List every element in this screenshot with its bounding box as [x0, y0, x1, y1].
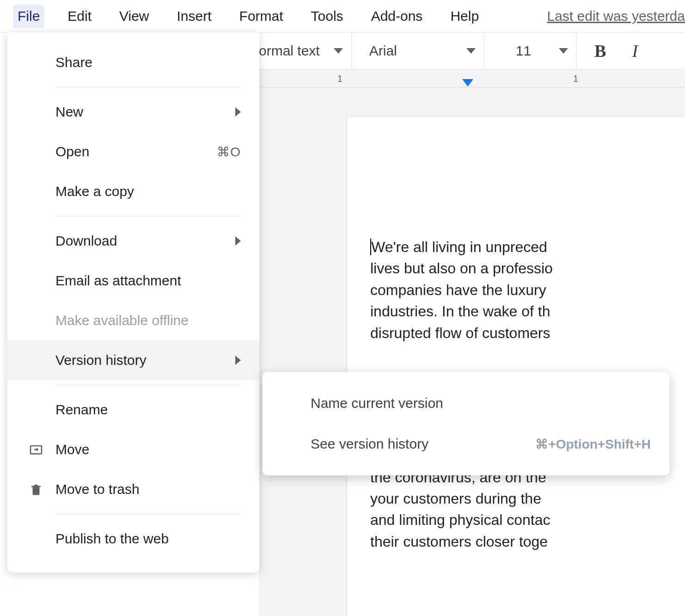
chevron-right-icon: [235, 356, 241, 365]
trash-icon: [28, 481, 44, 498]
style-dropdown[interactable]: ormal text: [259, 33, 352, 69]
chevron-down-icon: [466, 48, 476, 54]
menu-label: Rename: [55, 402, 108, 418]
ruler-tick: 1: [337, 74, 342, 84]
menu-tools[interactable]: Tools: [306, 5, 348, 28]
doc-line: companies have the luxury: [370, 279, 685, 301]
divider: [55, 87, 241, 87]
file-move-trash[interactable]: Move to trash: [7, 469, 259, 509]
bold-button[interactable]: B: [586, 41, 614, 61]
file-rename[interactable]: Rename: [7, 390, 259, 430]
menu-label: Publish to the web: [55, 531, 169, 547]
font-dropdown[interactable]: Arial: [361, 33, 484, 69]
file-available-offline: Make available offline: [7, 301, 259, 340]
file-dropdown: Share New Open ⌘O Make a copy Download E…: [7, 32, 259, 573]
font-label: Arial: [369, 43, 453, 59]
chevron-down-icon: [334, 48, 343, 54]
menu-file[interactable]: File: [13, 5, 44, 28]
chevron-right-icon: [235, 107, 241, 117]
menu-label: Download: [55, 233, 117, 249]
doc-line: disrupted flow of customers: [370, 322, 685, 344]
menu-label: Email as attachment: [55, 273, 181, 289]
divider: [55, 385, 241, 385]
menu-label: Version history: [55, 352, 147, 368]
menu-label: Make available offline: [55, 313, 189, 328]
file-new[interactable]: New: [7, 92, 259, 132]
style-label: ormal text: [259, 43, 320, 59]
menubar: File Edit View Insert Format Tools Add-o…: [0, 0, 685, 32]
menu-label: Move to trash: [55, 481, 140, 497]
ruler[interactable]: 1 1: [259, 69, 685, 88]
menu-label: Open: [55, 144, 89, 160]
menu-label: Share: [55, 55, 92, 70]
document-canvas: We're all living in unpreced lives but a…: [259, 88, 685, 616]
divider: [55, 216, 241, 216]
menu-format[interactable]: Format: [235, 5, 288, 28]
folder-move-icon: [28, 441, 44, 458]
menu-label: Name current version: [311, 395, 443, 411]
document-page[interactable]: We're all living in unpreced lives but a…: [347, 116, 685, 616]
file-version-history[interactable]: Version history: [7, 340, 259, 380]
menu-insert[interactable]: Insert: [172, 5, 216, 28]
fontsize-label: 11: [502, 43, 545, 59]
menu-view[interactable]: View: [115, 5, 153, 28]
menu-addons[interactable]: Add-ons: [367, 5, 428, 28]
name-current-version[interactable]: Name current version: [263, 383, 669, 424]
menu-label: Move: [55, 442, 89, 457]
shortcut-label: ⌘+Option+Shift+H: [535, 437, 651, 452]
indent-marker-icon[interactable]: [462, 79, 473, 86]
doc-line: We're all living in unpreced: [370, 236, 685, 258]
file-move[interactable]: Move: [7, 430, 259, 469]
menu-label: See version history: [311, 436, 428, 452]
file-download[interactable]: Download: [7, 221, 259, 261]
file-email-attachment[interactable]: Email as attachment: [7, 261, 259, 301]
last-edit-link[interactable]: Last edit was yesterda: [547, 8, 685, 24]
menu-label: Make a copy: [55, 184, 134, 199]
doc-line: their customers closer toge: [370, 531, 685, 552]
menu-help[interactable]: Help: [446, 5, 483, 28]
doc-line: and limiting physical contac: [370, 509, 685, 530]
doc-line: industries. In the wake of th: [370, 301, 685, 322]
divider: [55, 514, 241, 514]
chevron-down-icon: [559, 48, 568, 54]
see-version-history[interactable]: See version history ⌘+Option+Shift+H: [263, 424, 669, 464]
file-publish-web[interactable]: Publish to the web: [7, 519, 259, 559]
fontsize-dropdown[interactable]: 11: [494, 33, 577, 69]
menu-label: New: [55, 104, 83, 120]
menu-edit[interactable]: Edit: [63, 5, 96, 28]
version-history-submenu: Name current version See version history…: [263, 372, 669, 475]
shortcut-label: ⌘O: [217, 144, 241, 160]
file-make-copy[interactable]: Make a copy: [7, 172, 259, 211]
ruler-tick: 1: [573, 74, 578, 84]
doc-line: lives but also on a professio: [370, 258, 685, 279]
doc-line: your customers during the: [370, 488, 685, 509]
file-open[interactable]: Open ⌘O: [7, 132, 259, 172]
file-share[interactable]: Share: [7, 43, 259, 82]
italic-button[interactable]: I: [624, 41, 646, 61]
chevron-right-icon: [235, 236, 241, 246]
